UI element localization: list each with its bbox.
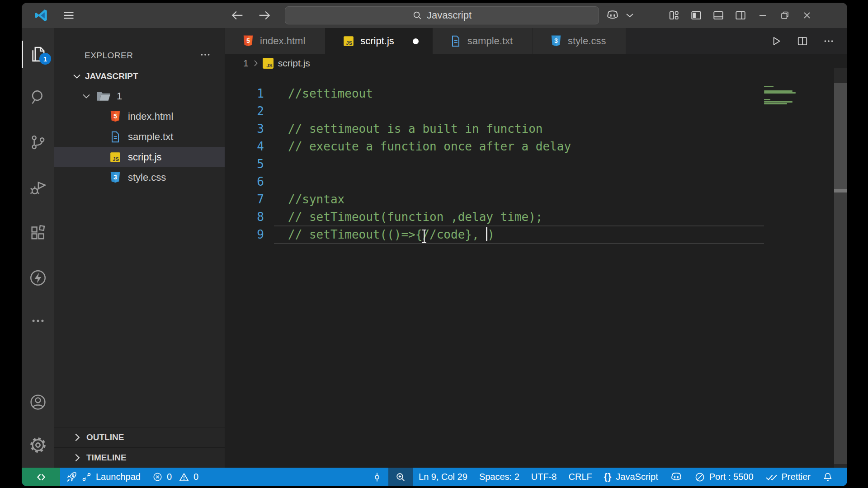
launchpad-status-item[interactable]: Launchpad [60, 468, 146, 486]
code-line-2[interactable]: 2 [225, 103, 847, 120]
minimap-line [764, 90, 793, 92]
circle-slash-icon [694, 472, 705, 483]
commit-status-icon[interactable] [366, 468, 388, 486]
minimap[interactable] [764, 86, 832, 105]
breadcrumb-file[interactable]: script.js [278, 58, 310, 69]
close-button[interactable] [796, 3, 818, 28]
html-file-icon: 5 [109, 110, 121, 123]
settings-gear-icon[interactable] [22, 429, 54, 461]
encoding[interactable]: UTF-8 [525, 468, 563, 486]
svg-text:5: 5 [246, 37, 250, 44]
outline-panel-header[interactable]: OUTLINE [54, 427, 225, 447]
toggle-sidebar-icon[interactable] [685, 3, 707, 28]
css-file-icon: 3 [109, 171, 121, 184]
minimap-line [764, 86, 774, 87]
css-file-icon: 3 [550, 35, 562, 47]
tab-script.js[interactable]: JSscript.js [326, 28, 433, 54]
language-mode[interactable]: {} JavaScript [598, 468, 664, 486]
vscode-window: Javascript [22, 3, 847, 486]
warning-count: 0 [193, 472, 198, 482]
cursor-position[interactable]: Ln 9, Col 29 [413, 468, 473, 486]
braces-icon: {} [604, 472, 612, 482]
tab-label: script.js [360, 35, 394, 47]
tab-label: index.html [260, 35, 305, 47]
code-line-4[interactable]: 4// execute a function once after a dela… [225, 138, 847, 155]
minimap-line [764, 103, 787, 104]
remote-indicator[interactable] [22, 468, 60, 486]
account-icon[interactable] [22, 386, 54, 418]
problems-status-item[interactable]: 0 0 [146, 468, 204, 486]
live-server-port[interactable]: Port : 5500 [689, 468, 760, 486]
code-line-9[interactable]: 9// setTimeout(()=>{//code}, ) [225, 226, 847, 244]
code-text: // setTimeout(function ,delay time); [288, 208, 543, 226]
line-number: 7 [225, 191, 264, 208]
run-code-icon[interactable] [770, 35, 782, 47]
minimize-button[interactable] [751, 3, 774, 28]
run-and-debug-activity-icon[interactable] [22, 171, 54, 204]
file-index.html[interactable]: 5index.html [54, 106, 225, 127]
search-activity-icon[interactable] [22, 81, 54, 113]
explorer-activity-icon[interactable]: 1 [22, 38, 54, 70]
more-actions-icon[interactable] [22, 305, 54, 337]
breadcrumb-folder[interactable]: 1 [243, 58, 249, 69]
indentation[interactable]: Spaces: 2 [473, 468, 525, 486]
file-style.css[interactable]: 3style.css [54, 167, 225, 188]
restore-button[interactable] [774, 3, 796, 28]
notifications-bell-icon[interactable] [816, 468, 839, 486]
code-line-6[interactable]: 6 [225, 173, 847, 191]
editor-scrollbar[interactable] [834, 68, 847, 468]
chevron-right-icon [74, 433, 80, 442]
timeline-panel-header[interactable]: TIMELINE [54, 447, 225, 468]
chevron-right-icon [74, 453, 80, 462]
code-line-8[interactable]: 8// setTimeout(function ,delay time); [225, 208, 847, 226]
back-arrow-icon[interactable] [230, 8, 245, 23]
code-line-3[interactable]: 3// settimeout is a built in function [225, 120, 847, 138]
chevron-down-icon[interactable] [626, 13, 634, 18]
html-file-icon: 5 [242, 35, 254, 47]
code-line-5[interactable]: 5 [225, 155, 847, 173]
more-actions-icon[interactable] [823, 35, 835, 47]
prettier-status-item[interactable]: Prettier [760, 468, 816, 486]
scrollbar-slider[interactable] [834, 83, 847, 189]
js-file-icon: JS [263, 58, 274, 69]
command-center-search[interactable]: Javascript [285, 6, 599, 24]
copilot-status-icon[interactable] [664, 468, 689, 486]
js-file-icon: JS [343, 35, 354, 47]
warning-triangle-icon [179, 472, 189, 483]
split-editor-icon[interactable] [797, 35, 808, 47]
double-check-icon [765, 472, 778, 482]
source-control-activity-icon[interactable] [22, 126, 54, 159]
explorer-more-actions-icon[interactable] [199, 49, 211, 61]
toggle-panel-icon[interactable] [707, 3, 729, 28]
live-server-activity-icon[interactable] [22, 262, 54, 294]
customize-layout-icon[interactable] [663, 3, 685, 28]
toggle-secondary-sidebar-icon[interactable] [729, 3, 751, 28]
code-line-7[interactable]: 7//syntax [225, 191, 847, 208]
extensions-activity-icon[interactable] [22, 216, 54, 249]
tab-style.css[interactable]: 3style.css [533, 28, 626, 54]
tab-sample.txt[interactable]: sample.txt [433, 28, 533, 54]
file-sample.txt[interactable]: sample.txt [54, 127, 225, 147]
zoom-in-status-icon[interactable] [388, 468, 413, 486]
workspace-section-header[interactable]: JAVASCRIPT [54, 67, 225, 86]
folder-row[interactable]: 1 [54, 86, 225, 106]
code-line-1[interactable]: 1//settimeout [225, 85, 847, 103]
file-script.js[interactable]: JSscript.js [54, 147, 225, 167]
eol-sequence[interactable]: CRLF [563, 468, 598, 486]
line-number: 8 [225, 208, 264, 226]
sidebar-title: EXPLORER [85, 51, 133, 61]
svg-text:3: 3 [554, 37, 558, 44]
forward-arrow-icon[interactable] [257, 8, 272, 23]
code-lines: 1//settimeout23// settimeout is a built … [225, 85, 847, 244]
minimap-line [764, 101, 793, 103]
js-file-icon: JS [109, 151, 121, 163]
line-number: 4 [225, 138, 264, 155]
menu-hamburger-icon[interactable] [62, 9, 75, 22]
breadcrumb: 1 JS script.js [225, 54, 847, 72]
copilot-icon[interactable] [606, 9, 619, 21]
tab-index.html[interactable]: 5index.html [225, 28, 326, 54]
indent-guide [87, 106, 87, 188]
code-area[interactable]: 1//settimeout23// settimeout is a built … [225, 72, 847, 468]
svg-text:3: 3 [113, 173, 117, 180]
code-text: // execute a function once after a delay [288, 138, 571, 155]
